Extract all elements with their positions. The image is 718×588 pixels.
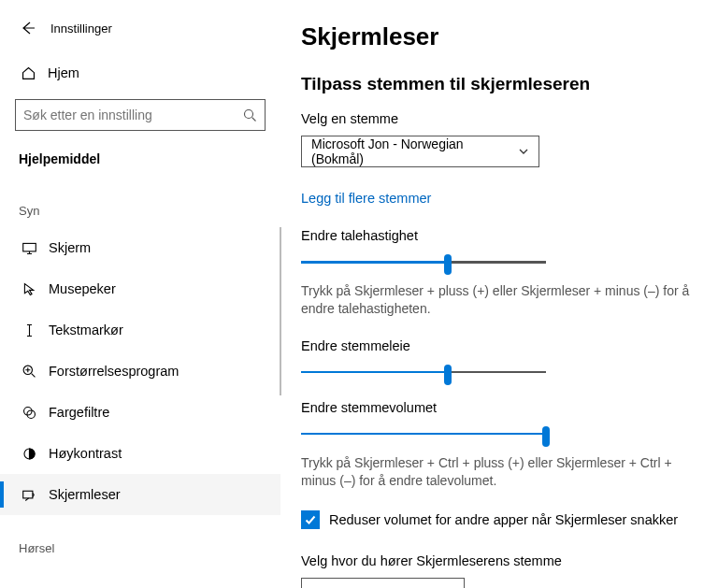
voice-dropdown[interactable]: Microsoft Jon - Norwegian (Bokmål) — [301, 136, 539, 167]
search-box[interactable] — [15, 99, 266, 131]
speed-label: Endre talehastighet — [301, 228, 701, 243]
home-icon — [18, 65, 38, 81]
arrow-left-icon — [21, 21, 36, 36]
back-button[interactable] — [15, 15, 41, 41]
color-filter-icon — [19, 405, 39, 421]
reduce-volume-label: Reduser volumet for andre apper når Skje… — [329, 512, 678, 527]
home-button[interactable]: Hjem — [15, 58, 266, 88]
window-title: Innstillinger — [50, 22, 112, 36]
volume-slider[interactable] — [301, 424, 546, 443]
reduce-volume-checkbox[interactable] — [301, 510, 320, 529]
sidebar-section-title: Hjelpemiddel — [19, 151, 280, 166]
chevron-down-icon — [518, 146, 529, 157]
nav-item-musepeker[interactable]: Musepeker — [0, 268, 280, 309]
voice-dropdown-value: Microsoft Jon - Norwegian (Bokmål) — [311, 136, 518, 166]
pitch-slider[interactable] — [301, 363, 546, 381]
sidebar-group-vision: Syn — [19, 204, 280, 218]
nav-item-skjerm[interactable]: Skjerm — [0, 227, 280, 268]
svg-rect-6 — [22, 491, 32, 498]
checkmark-icon — [304, 513, 317, 526]
nav-label: Skjerm — [49, 240, 91, 255]
nav-item-forstorrelse[interactable]: Forstørrelsesprogram — [0, 351, 280, 392]
sidebar-group-hearing: Hørsel — [19, 541, 280, 555]
contrast-icon — [19, 446, 39, 462]
nav-label: Fargefiltre — [49, 405, 109, 420]
audio-out-label: Velg hvor du hører Skjermleserens stemme — [301, 553, 701, 568]
volume-label: Endre stemmevolumet — [301, 400, 701, 415]
nav-list: Skjerm Musepeker Tekstmarkør Forstørrels… — [0, 227, 280, 515]
svg-point-0 — [245, 109, 253, 118]
nav-label: Musepeker — [49, 281, 116, 296]
search-icon — [243, 108, 257, 122]
content-area: Skjermleser Tilpass stemmen til skjermle… — [280, 0, 718, 588]
narrator-icon — [19, 487, 39, 503]
nav-item-tekstmarkor[interactable]: Tekstmarkør — [0, 309, 280, 351]
voice-select-label: Velg en stemme — [301, 111, 701, 126]
page-title: Skjermleser — [301, 22, 701, 51]
nav-item-skjermleser[interactable]: Skjermleser — [0, 474, 280, 515]
nav-item-hoykontrast[interactable]: Høykontrast — [0, 433, 280, 474]
nav-label: Forstørrelsesprogram — [49, 364, 179, 379]
add-voices-link[interactable]: Legg til flere stemmer — [301, 191, 431, 206]
search-input[interactable] — [23, 108, 243, 122]
nav-label: Skjermleser — [49, 487, 121, 502]
nav-label: Tekstmarkør — [49, 323, 123, 337]
display-icon — [19, 240, 39, 256]
svg-point-3 — [23, 407, 32, 415]
svg-rect-1 — [22, 243, 36, 251]
nav-label: Høykontrast — [49, 446, 122, 461]
magnifier-icon — [19, 364, 39, 380]
svg-point-4 — [26, 409, 35, 418]
pitch-label: Endre stemmeleie — [301, 338, 701, 353]
page-subtitle: Tilpass stemmen til skjermleseren — [301, 74, 701, 94]
speed-hint: Trykk på Skjermleser + pluss (+) eller S… — [301, 282, 694, 318]
cursor-icon — [19, 281, 39, 297]
nav-item-fargefiltre[interactable]: Fargefiltre — [0, 392, 280, 433]
sidebar: Innstillinger Hjem Hjelpemiddel Syn Skje… — [0, 0, 280, 588]
text-cursor-icon — [19, 323, 39, 338]
volume-hint: Trykk på Skjermleser + Ctrl + pluss (+) … — [301, 454, 694, 490]
home-label: Hjem — [48, 65, 79, 80]
audio-dropdown[interactable]: Standard lydenhet — [301, 578, 465, 588]
speed-slider[interactable] — [301, 252, 546, 271]
